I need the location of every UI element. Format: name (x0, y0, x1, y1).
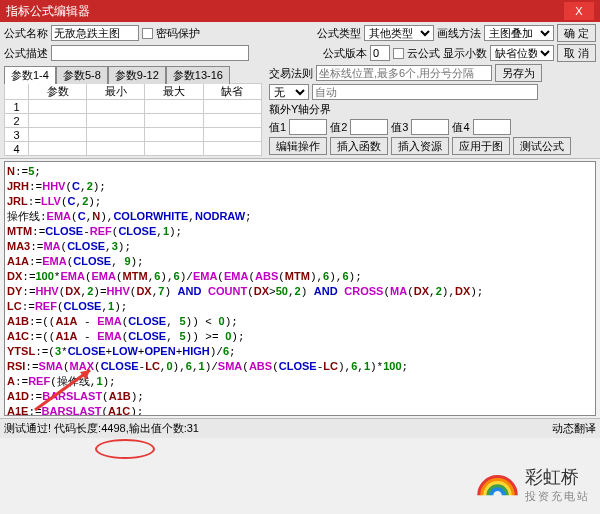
draw-label: 画线方法 (437, 26, 481, 41)
pwd-label: 密码保护 (156, 26, 200, 41)
draw-select[interactable]: 主图叠加 (484, 25, 554, 41)
saveas-button[interactable]: 另存为 (495, 64, 542, 82)
rule-input[interactable] (316, 65, 492, 81)
v4-input[interactable] (473, 119, 511, 135)
v1-input[interactable] (289, 119, 327, 135)
edit-button[interactable]: 编辑操作 (269, 137, 327, 155)
name-input[interactable] (51, 25, 139, 41)
tab-params-13-16[interactable]: 参数13-16 (166, 66, 230, 84)
dec-select[interactable]: 缺省位数 (490, 45, 554, 61)
tab-params-9-12[interactable]: 参数9-12 (108, 66, 166, 84)
type-select[interactable]: 其他类型 (364, 25, 434, 41)
none-select[interactable]: 无 (269, 84, 309, 100)
tab-params-1-4[interactable]: 参数1-4 (4, 66, 56, 84)
v3-input[interactable] (411, 119, 449, 135)
pwd-checkbox[interactable] (142, 28, 153, 39)
type-label: 公式类型 (317, 26, 361, 41)
status-text: 测试通过! 代码长度:4498,输出值个数:31 (4, 421, 199, 436)
cloud-checkbox[interactable] (393, 48, 404, 59)
close-button[interactable]: X (564, 2, 594, 20)
tab-params-5-8[interactable]: 参数5-8 (56, 66, 108, 84)
param-table[interactable]: 参数最小最大缺省 1 2 3 4 (4, 83, 262, 156)
watermark-logo: 彩虹桥 投资充电站 (473, 460, 590, 508)
func-button[interactable]: 插入函数 (330, 137, 388, 155)
v2-input[interactable] (350, 119, 388, 135)
name-label: 公式名称 (4, 26, 48, 41)
cloud-label: 云公式 (407, 46, 440, 61)
desc-input[interactable] (51, 45, 249, 61)
extra-y-label: 额外Y轴分界 (269, 102, 331, 117)
ver-label: 公式版本 (323, 46, 367, 61)
dynamic-translate[interactable]: 动态翻译 (552, 421, 596, 436)
res-button[interactable]: 插入资源 (391, 137, 449, 155)
window-title: 指标公式编辑器 (6, 3, 90, 20)
code-editor[interactable]: N:=5; JRH:=HHV(C,2); JRL:=LLV(C,2); 操作线:… (4, 161, 596, 416)
annotation-circle (95, 439, 155, 459)
auto-input[interactable] (312, 84, 538, 100)
desc-label: 公式描述 (4, 46, 48, 61)
rule-label: 交易法则 (269, 66, 313, 81)
dec-label: 显示小数 (443, 46, 487, 61)
apply-button[interactable]: 应用于图 (452, 137, 510, 155)
cancel-button[interactable]: 取 消 (557, 44, 596, 62)
ver-input[interactable] (370, 45, 390, 61)
ok-button[interactable]: 确 定 (557, 24, 596, 42)
test-button[interactable]: 测试公式 (513, 137, 571, 155)
